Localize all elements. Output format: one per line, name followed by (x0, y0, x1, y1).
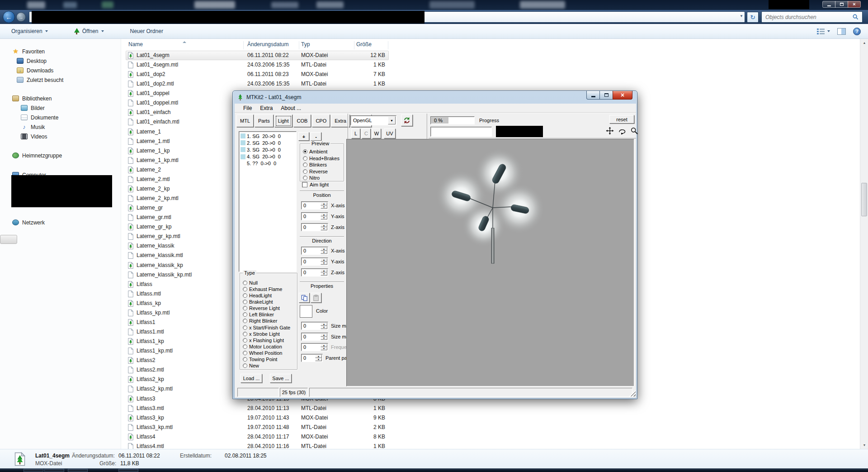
radio-option[interactable]: Right Blinker (243, 318, 277, 324)
search-input[interactable] (765, 14, 853, 20)
spinner-field[interactable]: 0 ▲▼ (301, 201, 328, 210)
spin-down-icon[interactable]: ▼ (321, 216, 327, 219)
pan-icon[interactable] (605, 126, 614, 135)
spin-down-icon[interactable]: ▼ (321, 326, 327, 329)
column-header-type[interactable]: Typ (301, 41, 310, 48)
table-row[interactable]: Litfass3.mtl 28.04.2010 11:13 MTL-Datei … (121, 404, 389, 413)
menu-item[interactable]: Extra (256, 105, 277, 111)
light-list-item[interactable]: 2. SG 20->0 0 (240, 139, 281, 146)
chevron-down-icon[interactable]: ▼ (388, 116, 396, 124)
spinner-field[interactable]: 0 ▲▼ (301, 268, 328, 277)
light-list-item[interactable]: 5. ?? 0->0 0 (240, 160, 276, 167)
copy-button[interactable] (299, 293, 310, 303)
views-button[interactable] (817, 28, 830, 34)
organize-button[interactable]: Organisieren (6, 26, 53, 37)
radio-option[interactable]: BrakeLight (243, 299, 273, 305)
vertical-scrollbar[interactable]: ▲ ▼ (860, 39, 868, 449)
address-dropdown-icon[interactable]: ▼ (740, 14, 743, 18)
spin-up-icon[interactable]: ▲ (315, 355, 322, 358)
command-input[interactable] (430, 127, 492, 137)
sidebar-item[interactable]: Heimnetzgruppe (0, 151, 121, 160)
viewport-3d[interactable] (346, 139, 634, 386)
spin-down-icon[interactable]: ▼ (321, 262, 327, 265)
table-row[interactable]: Lat01_4segm 06.11.2011 08:22 MOX-Datei 1… (121, 51, 389, 60)
spinner-field[interactable]: 0 ▲▼ (301, 333, 328, 341)
zoom-icon[interactable] (630, 126, 639, 135)
spinner-field[interactable]: 0 ▲▼ (301, 257, 328, 266)
view-mode-button[interactable]: UV (384, 129, 396, 138)
taskbar-button[interactable] (44, 469, 64, 472)
paste-button-disabled[interactable] (311, 293, 321, 303)
sidebar-item[interactable]: Videos (0, 132, 121, 141)
column-header-name[interactable]: Name (128, 41, 143, 48)
tab-button[interactable]: Extra (331, 114, 350, 127)
spin-up-icon[interactable]: ▲ (321, 269, 327, 272)
maximize-button[interactable] (599, 91, 613, 100)
scroll-down-icon[interactable]: ▼ (860, 441, 868, 449)
search-box[interactable] (761, 11, 863, 23)
sidebar-item[interactable]: Bilder (0, 103, 121, 113)
radio-option[interactable]: x Flashing Light (243, 338, 284, 343)
aim-light-checkbox[interactable]: Aim light (302, 182, 329, 187)
sidebar-item[interactable]: Desktop (0, 56, 121, 66)
spin-up-icon[interactable]: ▲ (321, 258, 327, 262)
spinner-field[interactable]: 0 ▲▼ (301, 322, 328, 330)
spin-up-icon[interactable]: ▲ (321, 334, 327, 337)
radio-option[interactable]: Motor Location (243, 344, 282, 349)
spin-up-icon[interactable]: ▲ (321, 344, 327, 347)
spin-down-icon[interactable]: ▼ (321, 337, 327, 340)
tab-button[interactable]: Light (274, 114, 292, 127)
spin-up-icon[interactable]: ▲ (321, 323, 327, 326)
load-button[interactable]: Load ... (241, 374, 262, 383)
spinner-field[interactable]: 0 ▲▼ (301, 247, 328, 255)
column-header-size[interactable]: Größe (356, 41, 372, 48)
radio-option[interactable]: Wheel Position (243, 350, 282, 356)
close-button[interactable]: × (848, 1, 861, 8)
back-button[interactable]: ← (3, 11, 15, 23)
table-row[interactable]: Litfass3_kp 19.07.2010 11:43 MOX-Datei 9… (121, 413, 389, 423)
column-divider[interactable] (388, 41, 388, 49)
add-light-button[interactable]: + (298, 132, 309, 141)
view-mode-button[interactable]: L (351, 129, 360, 138)
column-divider[interactable] (243, 41, 244, 49)
radio-option[interactable]: Reverse (303, 169, 328, 174)
tab-button[interactable]: Parts (255, 114, 274, 127)
renderer-select[interactable]: OpenGL ▼ (350, 115, 396, 125)
radio-option[interactable]: x Start/Finish Gate (243, 325, 290, 330)
sidebar-item[interactable]: Musik (0, 122, 121, 132)
column-divider[interactable] (354, 41, 354, 49)
new-folder-button[interactable]: Neuer Ordner (125, 26, 168, 37)
taskbar-button[interactable] (24, 469, 43, 472)
view-mode-button[interactable]: W (372, 129, 381, 138)
minimize-button[interactable] (586, 91, 600, 100)
radio-option[interactable]: x Strobe Light (243, 331, 280, 337)
column-header-modified[interactable]: Änderungsdatum (247, 41, 288, 48)
open-button[interactable]: Öffnen (69, 26, 109, 37)
sidebar-item[interactable]: Downloads (0, 66, 121, 75)
spinner-field[interactable]: 0 ▲▼ (301, 223, 328, 231)
color-swatch[interactable] (300, 305, 312, 318)
mtkit2-titlebar[interactable]: MTKit2 - Lat01_4segm (233, 91, 637, 104)
spin-down-icon[interactable]: ▼ (321, 272, 327, 276)
radio-option[interactable]: New (243, 363, 259, 368)
light-list-item[interactable]: 3. SG 20->0 0 (240, 146, 281, 153)
spin-up-icon[interactable]: ▲ (321, 202, 327, 205)
rotate-icon[interactable] (618, 126, 627, 135)
radio-option[interactable]: HeadLight (243, 293, 272, 298)
taskbar-button[interactable] (68, 469, 88, 472)
sidebar-scrollbar-thumb[interactable] (0, 235, 17, 244)
reload-renderer-button[interactable] (401, 114, 413, 126)
radio-option[interactable]: Left Blinker (243, 312, 274, 317)
spinner-field[interactable]: 0 ▲▼ (301, 212, 328, 220)
radio-option[interactable]: Head+Brakes (303, 156, 340, 161)
radio-option[interactable]: Reverse Light (243, 305, 280, 311)
forward-button[interactable]: → (16, 12, 26, 22)
close-button[interactable]: × (613, 91, 632, 100)
scrollbar-thumb[interactable] (861, 183, 867, 216)
light-list-item[interactable]: 4. SG 20->0 0 (240, 153, 281, 160)
sidebar-item[interactable]: Favoriten (0, 47, 121, 56)
resize-grip[interactable] (629, 390, 636, 396)
radio-option[interactable]: Exhaust Flame (243, 286, 282, 292)
reset-view-button[interactable]: reset (609, 115, 634, 124)
maximize-button[interactable] (835, 1, 848, 8)
